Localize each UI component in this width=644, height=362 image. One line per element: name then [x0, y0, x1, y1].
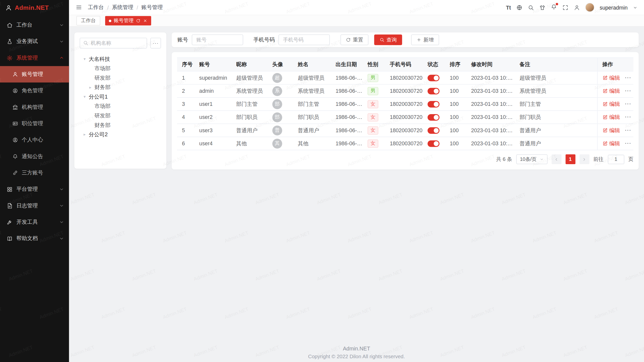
column-header: 手机号码 — [385, 58, 423, 71]
tree-node[interactable]: 研发部 — [80, 73, 161, 83]
cell-modified: 2023-01-03 10:59:44 — [466, 84, 515, 98]
row-more-button[interactable]: ··· — [625, 140, 631, 146]
tree-node[interactable]: ▾大名科技 — [80, 54, 161, 64]
edit-button[interactable]: 编辑 — [602, 140, 620, 147]
sidebar-item-business-test[interactable]: 业务测试 — [0, 33, 69, 50]
goto-page-input[interactable] — [608, 155, 624, 164]
status-toggle[interactable] — [428, 88, 439, 94]
tree-node[interactable]: 财务部 — [80, 120, 161, 130]
cell-status — [423, 137, 445, 150]
sidebar-item-account-management[interactable]: 账号管理 — [0, 66, 69, 82]
column-header: 排序 — [445, 58, 466, 71]
cell-nickname: 超级管理员 — [231, 71, 267, 84]
cell-actions: 编辑··· — [597, 84, 633, 98]
avatar: 超 — [272, 73, 282, 83]
edit-button[interactable]: 编辑 — [602, 127, 620, 134]
sidebar-item-log-management[interactable]: 日志管理 — [0, 197, 69, 214]
active-tab-dot — [109, 20, 111, 22]
gender-tag: 女 — [368, 100, 378, 108]
row-more-button[interactable]: ··· — [625, 75, 631, 81]
sidebar-item-role-management[interactable]: 角色管理 — [0, 82, 69, 99]
cell-account: user4 — [194, 137, 231, 150]
phone-input[interactable] — [278, 34, 330, 45]
row-more-button[interactable]: ··· — [625, 127, 631, 133]
tree-node[interactable]: 研发部 — [80, 111, 161, 120]
user-avatar[interactable] — [585, 3, 594, 12]
status-toggle[interactable] — [428, 101, 439, 107]
sidebar-item-label: 平台管理 — [16, 186, 55, 193]
edit-button[interactable]: 编辑 — [602, 87, 620, 95]
sidebar-item-platform-management[interactable]: 平台管理 — [0, 181, 69, 197]
org-more-button[interactable]: ··· — [150, 38, 161, 48]
tab-refresh-icon[interactable] — [136, 18, 140, 23]
grid-icon — [7, 186, 13, 192]
cell-birthdate: 1986-06-28 — [331, 98, 363, 111]
add-button[interactable]: 新增 — [411, 34, 439, 45]
username[interactable]: superadmin — [600, 4, 628, 10]
chevron-down-icon — [59, 39, 64, 44]
row-more-button[interactable]: ··· — [625, 114, 631, 120]
cell-modified: 2023-01-03 10:59:44 — [466, 111, 515, 124]
notification-bell-icon[interactable] — [551, 4, 557, 11]
org-panel: ··· ▾大名科技市场部研发部▸财务部▾分公司1市场部研发部财务部▸分公司2 — [74, 32, 167, 169]
edit-button[interactable]: 编辑 — [602, 100, 620, 108]
tab-close-icon[interactable] — [143, 18, 147, 23]
tab-account-management[interactable]: 账号管理 — [105, 16, 151, 26]
sidebar-item-notification[interactable]: 通知公告 — [0, 148, 69, 164]
user-menu-chevron-icon[interactable] — [633, 5, 637, 10]
cell-account: user3 — [194, 124, 231, 137]
tree-node[interactable]: ▸分公司2 — [80, 130, 161, 139]
tree-node[interactable]: ▾分公司1 — [80, 92, 161, 102]
theme-icon[interactable] — [539, 4, 545, 10]
tree-node[interactable]: 市场部 — [80, 101, 161, 111]
status-toggle[interactable] — [428, 140, 439, 147]
status-toggle[interactable] — [428, 75, 439, 81]
sidebar-item-workbench[interactable]: 工作台 — [0, 17, 69, 33]
tab-workbench[interactable]: 工作台 — [76, 16, 100, 26]
cell-name: 系统管理员 — [293, 84, 331, 98]
page-button-1[interactable]: 1 — [565, 154, 575, 164]
edit-button[interactable]: 编辑 — [602, 113, 620, 121]
sidebar-item-dev-tools[interactable]: 开发工具 — [0, 214, 69, 230]
profile-icon[interactable] — [574, 4, 580, 10]
cell-birthdate: 1986-06-28 — [331, 137, 363, 150]
reset-button[interactable]: 重置 — [341, 34, 369, 45]
total-count: 共 6 条 — [496, 156, 512, 163]
table-row: 6user4其他其其他1986-06-28女180200307201002023… — [177, 137, 633, 150]
search-icon — [83, 40, 88, 46]
sidebar-item-personal-center[interactable]: 个人中心 — [0, 132, 69, 148]
org-search — [80, 38, 147, 48]
column-header: 头像 — [267, 58, 293, 71]
tree-node-label: 研发部 — [95, 74, 111, 81]
org-search-input[interactable] — [80, 38, 147, 48]
next-page-button[interactable] — [579, 154, 589, 164]
sidebar-item-system-management[interactable]: 系统管理 — [0, 50, 69, 66]
menu-collapse-icon[interactable] — [75, 4, 82, 11]
sidebar-item-third-party-account[interactable]: 三方账号 — [0, 165, 69, 181]
sidebar-item-organization-management[interactable]: 机构管理 — [0, 99, 69, 115]
row-more-button[interactable]: ··· — [625, 101, 631, 107]
search-icon[interactable] — [528, 4, 534, 10]
sidebar-item-label: 职位管理 — [22, 120, 64, 127]
row-more-button[interactable]: ··· — [625, 88, 631, 94]
breadcrumb-item[interactable]: 系统管理 — [112, 4, 133, 11]
language-icon[interactable] — [516, 4, 522, 10]
status-toggle[interactable] — [428, 127, 439, 134]
tree-node[interactable]: ▸财务部 — [80, 82, 161, 92]
page-size-select[interactable]: 10条/页 — [516, 154, 547, 164]
role-icon — [12, 88, 18, 94]
cell-account: user2 — [194, 111, 231, 124]
tree-node[interactable]: 市场部 — [80, 64, 161, 73]
search-button[interactable]: 查询 — [374, 34, 402, 45]
fullscreen-icon[interactable] — [562, 4, 568, 10]
font-size-icon[interactable]: Tt — [506, 4, 511, 10]
sidebar-item-position-management[interactable]: 职位管理 — [0, 115, 69, 132]
app-logo[interactable]: Admin.NET — [0, 0, 69, 15]
sidebar-item-help-docs[interactable]: 帮助文档 — [0, 230, 69, 247]
status-toggle[interactable] — [428, 114, 439, 121]
prev-page-button[interactable] — [551, 154, 561, 164]
account-input[interactable] — [192, 34, 243, 45]
edit-button[interactable]: 编辑 — [602, 74, 620, 81]
breadcrumb-item[interactable]: 工作台 — [88, 4, 104, 11]
link-icon — [12, 170, 18, 176]
